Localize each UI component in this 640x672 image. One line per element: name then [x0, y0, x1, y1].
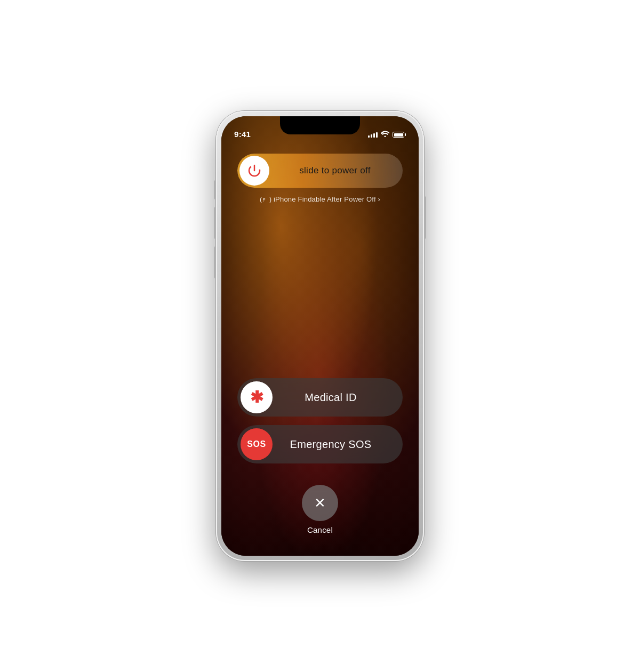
phone-screen: 9:41	[221, 116, 419, 556]
status-time: 9:41	[234, 130, 251, 139]
side-button-left-volume-down	[214, 246, 216, 278]
medical-id-icon-circle: ✱	[241, 381, 273, 413]
slider-label: slide to power off	[269, 165, 401, 176]
side-button-left-volume-up	[214, 207, 216, 239]
medical-id-slider[interactable]: ✱ Medical ID	[237, 378, 403, 417]
signal-icon	[368, 132, 378, 138]
cancel-section: ✕ Cancel	[302, 485, 338, 534]
status-icons	[368, 131, 406, 139]
power-off-slider[interactable]: slide to power off	[237, 154, 403, 188]
medical-star-icon: ✱	[250, 389, 263, 405]
battery-icon	[393, 132, 406, 138]
wifi-icon	[381, 131, 389, 139]
power-icon	[247, 163, 262, 178]
screen-content: slide to power off (ᠶ) iPhone Findable A…	[221, 143, 419, 556]
cancel-label: Cancel	[307, 525, 333, 534]
emergency-sos-slider[interactable]: SOS Emergency SOS	[237, 425, 403, 463]
sos-icon-circle: SOS	[241, 428, 273, 460]
findable-after-poweroff-text[interactable]: (ᠶ) iPhone Findable After Power Off ›	[260, 195, 380, 203]
emergency-sos-label: Emergency SOS	[273, 438, 399, 451]
sos-badge-text: SOS	[247, 439, 266, 449]
side-button-right	[424, 196, 426, 239]
side-button-left-mute	[214, 180, 216, 199]
notch	[280, 116, 360, 134]
cancel-x-icon: ✕	[314, 496, 326, 510]
slider-handle	[239, 156, 269, 186]
phone-device: 9:41	[216, 111, 424, 561]
medical-id-label: Medical ID	[273, 391, 399, 404]
cancel-button[interactable]: ✕	[302, 485, 338, 521]
action-sliders: ✱ Medical ID SOS Emergency SOS	[237, 378, 403, 463]
